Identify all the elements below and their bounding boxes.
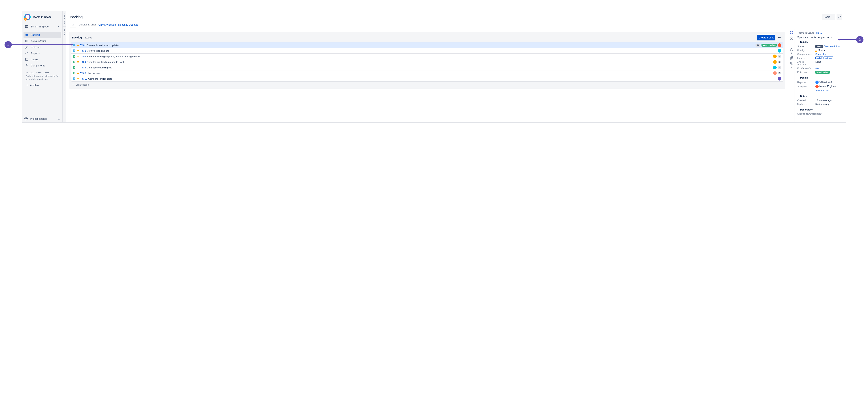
shortcuts-description: Add a link to useful information for you… [26, 75, 59, 81]
search-icon [72, 24, 74, 26]
issue-type-icon [73, 55, 75, 58]
priority-icon [76, 49, 79, 52]
detail-sort-icon[interactable] [790, 42, 793, 46]
count-pill: 5 [778, 72, 781, 74]
issue-summary: Send the pre-landing report to Earth [87, 61, 772, 63]
components-icon [25, 64, 29, 67]
fullscreen-button[interactable] [837, 14, 842, 20]
sidebar-header: <> Teams in Space [22, 11, 62, 23]
issue-row[interactable]: TIS-5Cleanup the landing site2 [71, 65, 783, 70]
issue-row[interactable]: TIS-4Send the pre-landing report to Eart… [71, 59, 783, 65]
annotation-line-1 [12, 44, 72, 45]
epics-tab[interactable]: EPICS [63, 27, 66, 37]
detail-close-button[interactable] [840, 31, 843, 34]
project-logo: <> [24, 14, 31, 20]
assign-to-me-link[interactable]: Assign to me [815, 89, 829, 92]
description-placeholder[interactable]: Click to add description [797, 112, 843, 115]
issues-icon [25, 58, 29, 61]
page-title: Backlog [70, 15, 83, 19]
people-section: People Reporter:Captain Joe Assignee:Mas… [797, 76, 843, 92]
priority-icon [76, 55, 79, 58]
sidebar-item-issues[interactable]: Issues [24, 56, 61, 63]
issue-summary: Hire the team [87, 72, 772, 75]
fix-version-link[interactable]: 8.0 [815, 67, 818, 70]
code-badge-icon: <> [24, 18, 27, 21]
backlog-section-title: Backlog [72, 36, 82, 39]
svg-line-14 [840, 16, 840, 17]
svg-rect-30 [792, 64, 793, 65]
priority-icon [76, 44, 79, 46]
svg-rect-3 [26, 34, 28, 34]
project-title: Teams in Space [33, 15, 52, 19]
svg-rect-6 [26, 40, 28, 42]
search-button[interactable] [70, 22, 76, 28]
board-icon [25, 25, 29, 28]
view-workflow-link[interactable]: View Workflow [824, 45, 840, 48]
issue-key: TIS-6 [80, 72, 86, 75]
issue-row[interactable]: TIS-6Hire the team5 [71, 70, 783, 76]
create-sprint-button[interactable]: Create Sprint [757, 35, 775, 40]
svg-point-33 [838, 33, 838, 33]
more-icon [778, 36, 781, 39]
plus-icon [26, 84, 29, 87]
priority-medium-icon [815, 50, 817, 51]
issue-type-icon [73, 61, 75, 63]
avatar [773, 66, 777, 69]
issue-summary: Enter the landing trajectory into the la… [87, 55, 772, 58]
backlog-count: 7 issues [83, 36, 92, 39]
more-actions-button[interactable] [776, 35, 782, 40]
issue-key: TIS-4 [80, 61, 86, 63]
people-section-toggle[interactable]: People [797, 76, 843, 79]
details-section-toggle[interactable]: Details [797, 41, 843, 43]
issue-type-icon [73, 44, 75, 46]
project-settings-button[interactable]: Project settings [24, 117, 48, 120]
issue-row[interactable]: TIS-2Verify the landing site [71, 48, 783, 54]
board-selector[interactable]: Scrum in Space [24, 24, 61, 30]
epic-link-tag[interactable]: Mars Landing [815, 71, 830, 74]
sidebar-item-releases[interactable]: Releases [24, 44, 61, 50]
issue-summary: Verify the landing site [87, 49, 777, 52]
detail-comments-icon[interactable]: 0 [790, 48, 793, 54]
label-tag[interactable]: rocket [815, 57, 823, 59]
backlog-area: Backlog 7 issues Create Sprint TIS-1Spac… [66, 29, 788, 123]
issue-summary: Complete ignition tests [88, 77, 777, 80]
count-pill: 2 [778, 66, 781, 69]
sidebar-item-active-sprints[interactable]: Active sprints [24, 38, 61, 44]
detail-project-icon[interactable] [790, 31, 793, 34]
avatar [773, 71, 777, 75]
board-dropdown-button[interactable]: Board [822, 14, 835, 20]
sidebar-item-backlog[interactable]: Backlog [24, 32, 61, 38]
priority-icon [76, 61, 79, 63]
collapse-sidebar-button[interactable] [57, 117, 60, 120]
detail-attachments-icon[interactable] [790, 56, 793, 60]
create-issue-button[interactable]: Create issue [71, 81, 783, 86]
issue-row[interactable]: TIS-10Complete ignition tests [71, 76, 783, 81]
issue-row[interactable]: TIS-3Enter the landing trajectory into t… [71, 54, 783, 59]
dates-section-toggle[interactable]: Dates [797, 95, 843, 98]
issue-key: TIS-10 [80, 77, 87, 80]
filter-recently-updated[interactable]: Recently Updated [118, 23, 138, 26]
filter-only-my-issues[interactable]: Only My Issues [98, 23, 116, 26]
detail-subtasks-icon[interactable]: 0 [790, 62, 793, 68]
filter-row: QUICK FILTERS: Only My Issues Recently U… [70, 22, 842, 28]
issue-type-icon [73, 77, 75, 80]
quick-filters-label: QUICK FILTERS: [79, 24, 96, 26]
versions-tab[interactable]: VERSIONS [63, 11, 66, 27]
sidebar-item-reports[interactable]: Reports [24, 50, 61, 56]
plus-icon [72, 83, 74, 86]
add-link-button[interactable]: Add link [24, 82, 61, 88]
count-pill: 1 [778, 61, 781, 63]
issue-row[interactable]: TIS-1Spaceship tracker app updates8.0Mar… [71, 42, 783, 48]
detail-info-icon[interactable] [790, 36, 793, 40]
label-tag[interactable]: software [824, 57, 833, 59]
component-link[interactable]: Spaceship [815, 53, 827, 56]
svg-rect-9 [26, 58, 28, 61]
detail-more-button[interactable] [835, 31, 839, 34]
svg-point-31 [836, 33, 836, 33]
description-section-toggle[interactable]: Description [797, 108, 843, 111]
detail-body: Teams in Space / TIS-1 Spaceship tracker… [795, 29, 846, 123]
breadcrumb-key-link[interactable]: TIS-1 [816, 31, 822, 34]
sidebar-item-components[interactable]: Components [24, 63, 61, 69]
issue-meta: 1 [773, 55, 781, 58]
sprints-icon [25, 39, 29, 43]
